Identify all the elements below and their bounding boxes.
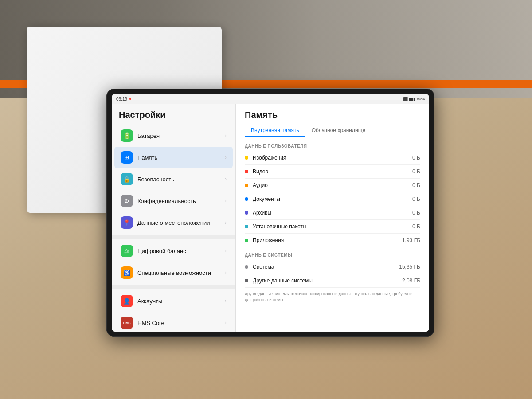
memory-row-images: Изображения 0 Б [245, 151, 420, 165]
digital-balance-label: Цифровой баланс [137, 248, 225, 254]
status-bar: 06:19 ● ⬛ ▮▮▮ 60% [112, 94, 429, 104]
chevron-icon: › [225, 320, 227, 326]
value-apps: 1,93 ГБ [402, 237, 420, 243]
label-images: Изображения [253, 155, 412, 161]
memory-label: Память [137, 154, 225, 161]
label-docs: Документы [253, 196, 412, 202]
dot-audio [245, 184, 248, 187]
value-images: 0 Б [412, 155, 420, 161]
sidebar-item-memory[interactable]: ⊞ Память › [114, 147, 233, 168]
memory-row-docs: Документы 0 Б [245, 192, 420, 206]
value-audio: 0 Б [412, 182, 420, 188]
dot-images [245, 156, 248, 160]
chevron-icon: › [225, 176, 227, 182]
security-label: Безопасность [137, 176, 225, 183]
dot-other-system [245, 279, 248, 282]
user-data-header: ДАННЫЕ ПОЛЬЗОВАТЕЛЯ [245, 144, 420, 149]
security-icon: 🔒 [121, 173, 133, 185]
sidebar-item-privacy[interactable]: ⚙ Конфиденциальность › [114, 190, 233, 211]
hms-label: HMS Core [137, 320, 225, 326]
memory-panel: Память Внутренняя память Облачное хранил… [236, 104, 429, 332]
privacy-icon: ⚙ [121, 195, 133, 207]
chevron-icon: › [225, 248, 227, 254]
sidebar-item-security[interactable]: 🔒 Безопасность › [114, 168, 233, 190]
sidebar-item-accessibility[interactable]: ♿ Специальные возможности › [114, 262, 233, 283]
memory-row-audio: Аудио 0 Б [245, 179, 420, 192]
accounts-icon: 👤 [121, 295, 133, 307]
value-system: 15,35 ГБ [399, 264, 420, 270]
section-divider [112, 235, 235, 239]
value-packages: 0 Б [412, 223, 420, 230]
status-left: 06:19 ● [116, 97, 131, 102]
status-icons: ⬛ ▮▮▮ 60% [403, 97, 425, 101]
sidebar-item-hms-core[interactable]: HMS HMS Core › [114, 312, 233, 332]
tab-cloud-storage[interactable]: Облачное хранилище [305, 125, 372, 137]
value-docs: 0 Б [412, 196, 420, 202]
dot-system [245, 265, 248, 269]
accounts-label: Аккаунты [137, 298, 225, 305]
value-other-system: 2,08 ГБ [402, 278, 420, 284]
accessibility-icon: ♿ [121, 266, 133, 279]
section-divider-2 [112, 285, 235, 289]
label-other-system: Другие данные системы [253, 278, 402, 284]
hms-icon: HMS [121, 317, 133, 329]
label-video: Видео [253, 168, 412, 175]
status-right: ⬛ ▮▮▮ 60% [403, 97, 425, 101]
settings-panel: Настройки 🔋 Батарея › ⊞ Память › [112, 104, 236, 332]
dot-packages [245, 225, 248, 228]
label-audio: Аудио [253, 182, 412, 188]
location-label: Данные о местоположении [137, 219, 225, 226]
chevron-icon: › [225, 219, 227, 226]
status-network: ● [129, 97, 131, 101]
dot-archives [245, 211, 248, 215]
memory-row-video: Видео 0 Б [245, 165, 420, 179]
chevron-icon: › [225, 154, 227, 160]
dot-apps [245, 239, 248, 242]
status-time: 06:19 [116, 97, 127, 102]
memory-note: Другие данные системы включают кэширован… [245, 291, 420, 302]
sidebar-item-digital-balance[interactable]: ⚖ Цифровой баланс › [114, 240, 233, 262]
digital-balance-icon: ⚖ [121, 245, 133, 257]
memory-icon: ⊞ [121, 151, 133, 164]
tablet-outer: 06:19 ● ⬛ ▮▮▮ 60% Настройки 🔋 [106, 89, 434, 337]
battery-label: Батарея [137, 133, 225, 139]
system-data-header: ДАННЫЕ СИСТЕМЫ [245, 253, 420, 258]
scene: 06:19 ● ⬛ ▮▮▮ 60% Настройки 🔋 [0, 0, 532, 399]
label-apps: Приложения [253, 237, 402, 243]
sidebar-item-location[interactable]: 📍 Данные о местоположении › [114, 212, 233, 233]
memory-row-other-system: Другие данные системы 2,08 ГБ [245, 274, 420, 288]
tablet-screen: 06:19 ● ⬛ ▮▮▮ 60% Настройки 🔋 [112, 94, 429, 332]
chevron-icon: › [225, 198, 227, 204]
main-content: Настройки 🔋 Батарея › ⊞ Память › [112, 104, 429, 332]
label-archives: Архивы [253, 210, 412, 216]
label-packages: Установочные пакеты [253, 223, 412, 230]
value-video: 0 Б [412, 168, 420, 175]
memory-row-packages: Установочные пакеты 0 Б [245, 220, 420, 234]
privacy-label: Конфиденциальность [137, 198, 225, 204]
battery-icon: 🔋 [121, 129, 133, 142]
value-archives: 0 Б [412, 210, 420, 216]
settings-title: Настройки [112, 104, 235, 125]
sidebar-item-battery[interactable]: 🔋 Батарея › [114, 125, 233, 146]
chevron-icon: › [225, 133, 227, 139]
memory-row-system: Система 15,35 ГБ [245, 260, 420, 274]
sidebar-item-accounts[interactable]: 👤 Аккаунты › [114, 290, 233, 312]
dot-video [245, 170, 248, 173]
tablet: 06:19 ● ⬛ ▮▮▮ 60% Настройки 🔋 [106, 89, 434, 337]
chevron-icon: › [225, 298, 227, 304]
location-icon: 📍 [121, 216, 133, 229]
memory-tabs: Внутренняя память Облачное хранилище [245, 125, 420, 137]
memory-row-apps: Приложения 1,93 ГБ [245, 234, 420, 247]
chevron-icon: › [225, 270, 227, 276]
memory-row-archives: Архивы 0 Б [245, 206, 420, 220]
label-system: Система [253, 264, 399, 270]
memory-title: Память [245, 110, 420, 120]
tab-internal-memory[interactable]: Внутренняя память [245, 125, 305, 137]
dot-docs [245, 197, 248, 201]
accessibility-label: Специальные возможности [137, 270, 225, 276]
